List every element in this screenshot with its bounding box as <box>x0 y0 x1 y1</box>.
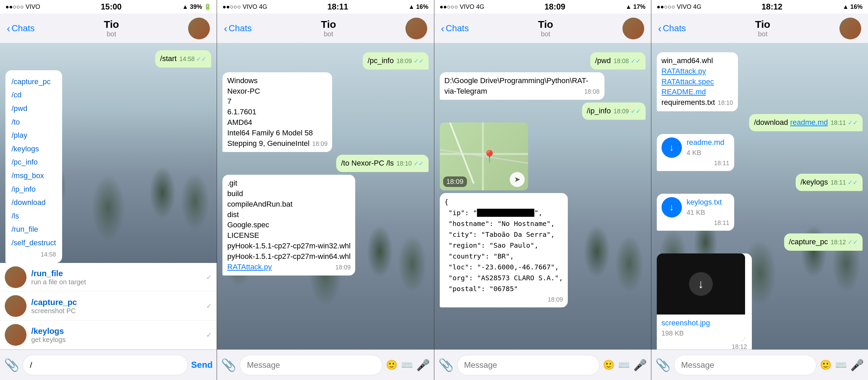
avatar-2[interactable] <box>405 18 427 39</box>
mic-icon-4[interactable]: 🎤 <box>850 359 864 372</box>
download-circle-icon[interactable]: ↓ <box>689 272 713 296</box>
msg-row: /start 14:58 ✓✓ <box>5 50 211 68</box>
avatar-3[interactable] <box>622 18 644 39</box>
msg-time: 18:09 <box>312 140 327 148</box>
sticker-icon-3[interactable]: ⌨️ <box>618 359 630 370</box>
bubble: /pwd 18:08 ✓✓ <box>590 52 646 70</box>
status-right-1: ▲ 39% 🔋 <box>182 3 211 11</box>
file-info: readme.md 4 KB <box>687 137 729 157</box>
link-text[interactable]: RATAttack.py <box>227 263 272 271</box>
msg-row: 📍 18:09 ➤ <box>440 122 646 190</box>
chat-area-2: /pc_info 18:09 ✓✓ WindowsNexor-PC76.1.76… <box>217 43 434 349</box>
list-desc: screenshot PC <box>31 307 206 315</box>
file-size: 4 KB <box>687 148 729 157</box>
file-name: readme.md <box>687 137 729 148</box>
chat-list-1: /run_file run a file on target ✓ /captur… <box>0 263 217 349</box>
msg-row: ↓ screenshot.jpg 198 KB 18:12 <box>657 253 863 349</box>
msg-text: /keylogs <box>800 178 828 186</box>
link-text[interactable]: README.md <box>662 88 706 96</box>
mic-icon-2[interactable]: 🎤 <box>416 359 430 372</box>
bubble: ↓ screenshot.jpg 198 KB 18:12 <box>657 253 752 349</box>
message-input-1[interactable] <box>23 355 188 375</box>
back-label-1[interactable]: Chats <box>12 23 35 34</box>
msg-text: /capture_pc <box>789 238 828 246</box>
emoji-icon-4[interactable]: 🙂 <box>820 359 832 370</box>
back-button-3[interactable]: ‹ Chats <box>441 23 469 34</box>
attach-icon-4[interactable]: 📎 <box>655 358 671 372</box>
emoji-icon-2[interactable]: 🙂 <box>386 359 398 370</box>
download-icon[interactable]: ↓ <box>662 197 682 217</box>
nav-center-3: Tio bot <box>469 19 622 38</box>
download-icon[interactable]: ↓ <box>662 137 682 158</box>
message-input-3[interactable] <box>457 355 599 375</box>
checkmarks: ✓✓ <box>848 119 858 126</box>
avatar-img-4 <box>839 18 861 39</box>
msg-row: /capture_pc/cd/pwd/to/play/keylogs/pc_in… <box>5 70 211 263</box>
status-left-3: ●●○○○ VIVO 4G <box>440 3 484 11</box>
battery-4: ▲ 16% <box>843 3 863 11</box>
msg-row: WindowsNexor-PC76.1.7601AMD64Intel64 Fam… <box>222 72 428 152</box>
msg-time: 18:12 <box>727 343 752 349</box>
chat-area-4: win_amd64.whl RATAttack.py RATAttack.spe… <box>651 43 868 349</box>
message-input-2[interactable] <box>240 355 382 375</box>
status-left-4: ●●○○○ VIVO 4G <box>657 3 701 11</box>
nav-title-4: Tio <box>755 19 770 30</box>
checkmarks: ✓✓ <box>414 58 424 64</box>
file-size: 41 KB <box>687 208 729 217</box>
emoji-icon-3[interactable]: 🙂 <box>603 359 615 370</box>
msg-time: 18:09 <box>335 263 350 272</box>
cmd-list: /capture_pc/cd/pwd/to/play/keylogs/pc_in… <box>12 75 56 250</box>
chat-area-1: /start 14:58 ✓✓ /capture_pc/cd/pwd/to/pl… <box>0 43 217 263</box>
back-button-1[interactable]: ‹ Chats <box>7 23 35 34</box>
bubble: WindowsNexor-PC76.1.7601AMD64Intel64 Fam… <box>222 72 332 152</box>
link-text[interactable]: RATAttack.spec <box>662 77 714 86</box>
battery-2: ▲ 16% <box>409 3 429 11</box>
link-text[interactable]: RATAttack.py <box>662 67 706 75</box>
back-label-2[interactable]: Chats <box>229 23 252 34</box>
msg-time: 18:08 <box>584 88 599 96</box>
sticker-icon-2[interactable]: ⌨️ <box>401 359 413 370</box>
list-item[interactable]: /keylogs get keylogs ✓ <box>0 321 217 349</box>
back-button-4[interactable]: ‹ Chats <box>658 23 686 34</box>
msg-row: /download readme.md 18:11 ✓✓ <box>657 114 863 131</box>
avatar-img-3 <box>622 18 644 39</box>
back-label-4[interactable]: Chats <box>663 23 686 34</box>
chat-area-3: /pwd 18:08 ✓✓ D:\Google Drive\Programmin… <box>434 43 651 349</box>
mic-icon-3[interactable]: 🎤 <box>633 359 647 372</box>
back-chevron-2: ‹ <box>224 23 227 34</box>
back-button-2[interactable]: ‹ Chats <box>224 23 252 34</box>
avatar-1[interactable] <box>188 18 210 39</box>
sticker-icon-4[interactable]: ⌨️ <box>835 359 847 370</box>
bubble: ↓ readme.md 4 KB 18:11 <box>657 134 734 171</box>
msg-time: 14:58 <box>41 251 56 258</box>
list-content: /capture_pc screenshot PC <box>31 298 206 315</box>
carrier-1: ●●○○○ VIVO <box>5 3 40 11</box>
send-button-1[interactable]: Send <box>191 360 213 370</box>
file-name: keylogs.txt <box>687 197 729 208</box>
back-label-3[interactable]: Chats <box>446 23 469 34</box>
list-item[interactable]: /capture_pc screenshot PC ✓ <box>0 292 217 321</box>
file-bubble: ↓ readme.md 4 KB <box>662 137 729 158</box>
msg-time: 18:10 <box>718 99 733 107</box>
attach-icon-1[interactable]: 📎 <box>4 358 19 372</box>
list-check: ✓ <box>206 302 212 310</box>
msg-row: /capture_pc 18:12 ✓✓ <box>657 233 863 251</box>
msg-text: /to Nexor-PC /ls <box>341 159 394 167</box>
message-input-4[interactable] <box>674 355 816 375</box>
msg-row: /pwd 18:08 ✓✓ <box>440 52 646 70</box>
list-item[interactable]: /run_file run a file on target ✓ <box>0 263 217 292</box>
msg-row: /ip_info 18:09 ✓✓ <box>440 102 646 120</box>
screenshot-inner: ↓ <box>657 253 745 315</box>
avatar-4[interactable] <box>839 18 861 39</box>
link-text[interactable]: readme.md <box>790 118 828 127</box>
bubble: /ip_info 18:09 ✓✓ <box>582 102 646 120</box>
attach-icon-2[interactable]: 📎 <box>221 358 236 372</box>
screenshot-size: 198 KB <box>662 328 740 338</box>
screenshot-bubble: ↓ screenshot.jpg 198 KB <box>657 253 745 341</box>
msg-row: D:\Google Drive\Programming\Python\RAT-v… <box>440 72 646 100</box>
list-desc: get keylogs <box>31 336 206 344</box>
bubble: .gitbuildcompileAndRun.batdistGoogle.spe… <box>222 175 355 276</box>
nav-subtitle-2: bot <box>324 30 333 38</box>
attach-icon-3[interactable]: 📎 <box>438 358 454 372</box>
map-share-icon[interactable]: ➤ <box>510 172 525 187</box>
